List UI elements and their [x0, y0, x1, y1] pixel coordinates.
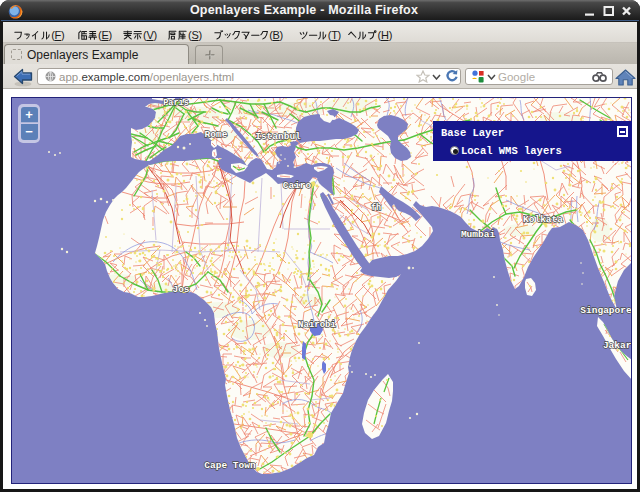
- svg-text:Cairo: Cairo: [283, 180, 312, 191]
- svg-text:Istanbul: Istanbul: [255, 131, 301, 142]
- svg-text:Singapore: Singapore: [580, 305, 632, 316]
- svg-text:Rome: Rome: [205, 129, 228, 140]
- svg-text:Cape Town: Cape Town: [204, 460, 256, 471]
- svg-text:Paris: Paris: [163, 98, 189, 108]
- svg-text:Jakart: Jakart: [603, 340, 632, 351]
- svg-text:Kolkata: Kolkata: [523, 214, 563, 225]
- svg-text:Jos: Jos: [172, 284, 189, 295]
- svg-text:fh: fh: [371, 203, 381, 213]
- svg-text:Mumbai: Mumbai: [461, 229, 496, 240]
- svg-text:Nairobi: Nairobi: [298, 320, 336, 330]
